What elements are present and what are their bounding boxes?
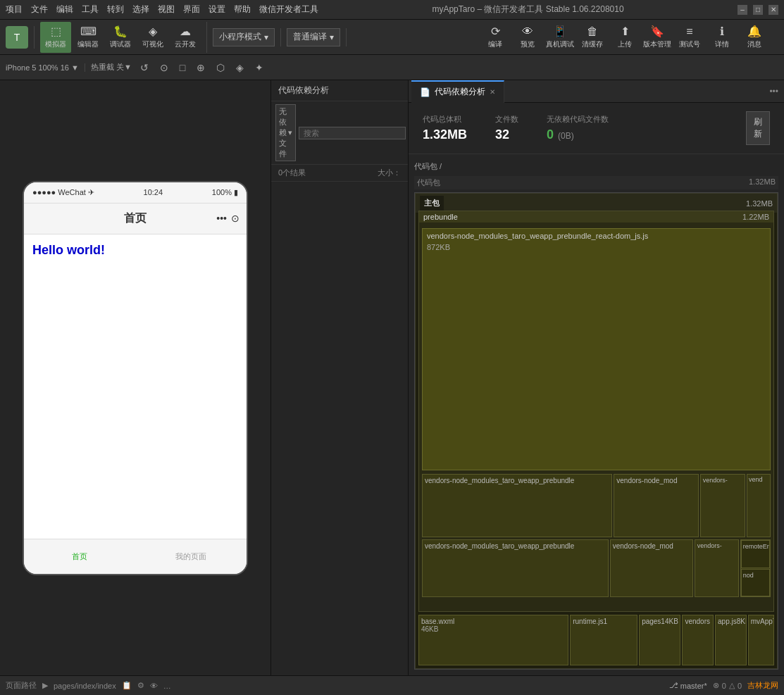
- action-group: ⟳ 编译 👁 预览 📱 真机调试 🗑 清缓存 ⬆ 上传 🔖 版本管理 ≡ 测试号…: [480, 22, 776, 53]
- react-dom-block[interactable]: vendors-node_modules_taro_weapp_prebundl…: [422, 228, 771, 470]
- treemap-container[interactable]: 主包 1.32MB prebundle 1.22MB vendors-node_…: [414, 192, 778, 670]
- t2-icon2[interactable]: □: [177, 61, 188, 75]
- phone-nav: 首页 ••• ⊙: [24, 204, 247, 234]
- small-block-3-label: vendors-: [703, 477, 742, 484]
- search-input[interactable]: [299, 127, 406, 139]
- detail-button[interactable]: ℹ 详情: [707, 22, 738, 53]
- compile-button[interactable]: ⟳ 编译: [480, 22, 511, 53]
- more-status-icon[interactable]: …: [163, 682, 171, 690]
- minimize-button[interactable]: –: [738, 5, 747, 15]
- phone-tab-home[interactable]: 首页: [24, 551, 135, 562]
- notification-button[interactable]: 🔔 消息: [739, 22, 770, 53]
- t2-icon4[interactable]: ⬡: [213, 61, 228, 75]
- simulator-button[interactable]: ⬚ 模拟器: [40, 22, 71, 53]
- preview-button[interactable]: 👁 预览: [512, 22, 543, 53]
- small-block2-3[interactable]: vendors-: [695, 539, 739, 597]
- maximize-button[interactable]: □: [753, 5, 763, 15]
- tab-more-button[interactable]: •••: [764, 87, 784, 96]
- file-panel-title: 代码依赖分析: [278, 84, 329, 96]
- small-block-1[interactable]: vendors-node_modules_taro_weapp_prebundl…: [422, 474, 612, 537]
- upload-button[interactable]: ⬆ 上传: [609, 22, 640, 53]
- phone-camera-icon[interactable]: ⊙: [231, 213, 239, 224]
- branch-name: master*: [680, 682, 707, 690]
- tab-close-button[interactable]: ✕: [490, 88, 495, 96]
- t2-icon3[interactable]: ⊕: [194, 61, 208, 75]
- bottom-blocks-row: base.wxml 46KB runtime.js1 pages14KB ven…: [418, 615, 774, 665]
- file-copy-icon[interactable]: 📋: [122, 681, 132, 690]
- clean-button[interactable]: 🗑 清缓存: [577, 22, 608, 53]
- t2-icon5[interactable]: ◈: [233, 61, 247, 75]
- menu-edit[interactable]: 编辑: [56, 4, 73, 15]
- menu-settings[interactable]: 设置: [209, 4, 225, 15]
- branch-button[interactable]: ⎇ master*: [669, 681, 707, 690]
- phone-info[interactable]: iPhone 5 100% 16 ▼: [6, 63, 79, 72]
- menu-tools[interactable]: 工具: [82, 4, 99, 15]
- small-block-4[interactable]: vend: [747, 474, 771, 537]
- small-block-3[interactable]: vendors-: [700, 474, 745, 537]
- bottom-block-5-label: app.js8KE: [718, 618, 744, 625]
- menu-bar[interactable]: 项目 文件 编辑 工具 转到 选择 视图 界面 设置 帮助 微信开发者工具: [6, 4, 318, 15]
- title-bar: 项目 文件 编辑 工具 转到 选择 视图 界面 设置 帮助 微信开发者工具 my…: [0, 0, 784, 20]
- size-label: 大小：: [378, 168, 401, 178]
- bottom-block-5[interactable]: app.js8KE: [715, 615, 747, 665]
- error-icon: ⊗: [713, 681, 719, 690]
- version-button[interactable]: 🔖 版本管理: [642, 22, 673, 53]
- tiny-block-1[interactable]: remoteEr: [741, 540, 770, 568]
- close-button[interactable]: ✕: [769, 5, 778, 15]
- compile-mode-select[interactable]: 普通编译 ▾: [287, 28, 340, 46]
- debugger-button[interactable]: 🐛 调试器: [105, 22, 136, 53]
- test-icon: ≡: [686, 25, 692, 38]
- bottom-block-4[interactable]: vendors: [682, 615, 714, 665]
- small-block2-2[interactable]: vendors-node_mod: [610, 539, 693, 597]
- total-size-value: 1.32MB: [423, 127, 467, 142]
- cloud-button[interactable]: ☁ 云开发: [170, 22, 201, 53]
- t2-icon1[interactable]: ⊙: [157, 61, 171, 75]
- small-block2-3-label: vendors-: [697, 542, 736, 549]
- editor-button[interactable]: ⌨ 编辑器: [73, 22, 104, 53]
- dropdown-arrow-icon: ▾: [264, 32, 268, 42]
- prebundle-label: prebundle: [423, 213, 458, 221]
- refresh-analysis-button[interactable]: 刷 新: [746, 111, 770, 145]
- dropdown-arrow2-icon: ▾: [330, 32, 334, 42]
- hotreload-toggle[interactable]: 热重截 关▼: [91, 62, 132, 73]
- phone-more-icon[interactable]: •••: [216, 213, 227, 224]
- menu-devtools[interactable]: 微信开发者工具: [259, 4, 318, 15]
- page-path: pages/index/index: [54, 682, 116, 690]
- menu-view[interactable]: 视图: [158, 4, 175, 15]
- real-device-button[interactable]: 📱 真机调试: [545, 22, 575, 53]
- test-button[interactable]: ≡ 测试号: [674, 22, 705, 53]
- editor-icon: ⌨: [80, 25, 97, 38]
- bottom-block-1[interactable]: base.wxml 46KB: [418, 615, 568, 665]
- phone-battery: 100% ▮: [212, 188, 238, 197]
- visual-button[interactable]: ◈ 可视化: [137, 22, 168, 53]
- tiny-block-2[interactable]: nod: [741, 569, 770, 597]
- small-block2-1[interactable]: vendors-node_modules_taro_weapp_prebundl…: [422, 539, 609, 597]
- small-block-2[interactable]: vendors-node_mod: [614, 474, 698, 537]
- status-right: ⎇ master* ⊗ 0 △ 0 吉林龙网: [669, 680, 778, 691]
- app-title: myAppTaro – 微信开发者工具 Stable 1.06.2208010: [432, 4, 623, 15]
- view-mode-group: ⬚ 模拟器 ⌨ 编辑器 🐛 调试器 ◈ 可视化 ☁ 云开发: [40, 22, 207, 53]
- menu-interface[interactable]: 界面: [183, 4, 200, 15]
- file-count-value: 32: [495, 127, 518, 142]
- menu-goto[interactable]: 转到: [107, 4, 124, 15]
- menu-project[interactable]: 项目: [6, 4, 23, 15]
- avatar[interactable]: T: [6, 26, 28, 49]
- settings-icon[interactable]: ⚙: [137, 681, 144, 690]
- menu-file[interactable]: 文件: [31, 4, 48, 15]
- filter-dropdown[interactable]: 无依赖文件 ▾: [275, 104, 296, 161]
- eye-icon[interactable]: 👁: [150, 682, 158, 690]
- mode-select[interactable]: 小程序模式 ▾: [213, 28, 275, 46]
- preview-icon: 👁: [522, 25, 533, 38]
- t2-icon6[interactable]: ✦: [252, 61, 266, 75]
- bottom-block-6[interactable]: mvApp7: [748, 615, 774, 665]
- secondary-toolbar: iPhone 5 100% 16 ▼ 热重截 关▼ ↺ ⊙ □ ⊕ ⬡ ◈ ✦: [0, 55, 784, 80]
- refresh-button[interactable]: ↺: [137, 61, 151, 75]
- path-label: 页面路径: [6, 680, 37, 691]
- phone-tab-mypage[interactable]: 我的页面: [135, 551, 247, 562]
- bottom-block-3[interactable]: pages14KB: [639, 615, 680, 665]
- window-controls[interactable]: – □ ✕: [738, 5, 778, 15]
- tab-code-analysis[interactable]: 📄 代码依赖分析 ✕: [411, 80, 504, 103]
- menu-select[interactable]: 选择: [132, 4, 149, 15]
- bottom-block-2[interactable]: runtime.js1: [570, 615, 637, 665]
- menu-help[interactable]: 帮助: [234, 4, 251, 15]
